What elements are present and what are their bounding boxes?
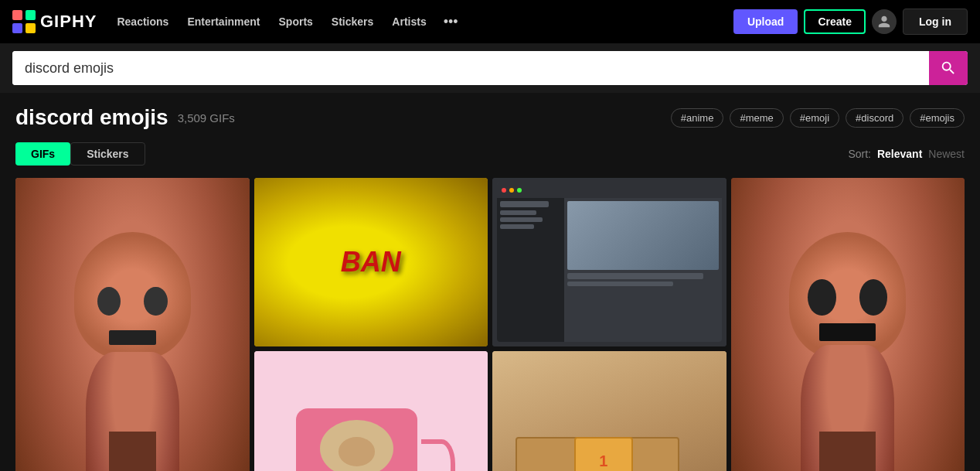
main-content: discord emojis 3,509 GIFs #anime #meme #… [0,93,980,471]
search-bar-container [0,43,980,93]
create-button[interactable]: Create [804,9,866,34]
search-button[interactable] [929,51,968,85]
tag-emojis[interactable]: #emojis [910,108,965,128]
results-header: discord emojis 3,509 GIFs #anime #meme #… [15,105,965,130]
ban-text: BAN [341,246,401,278]
svg-rect-3 [26,23,36,33]
tab-stickers[interactable]: Stickers [70,142,145,166]
search-input[interactable] [12,51,929,85]
header: GIPHY Reactions Entertainment Sports Sti… [0,0,980,43]
giphy-logo-text: GIPHY [40,12,97,32]
tag-discord[interactable]: #discord [846,108,903,128]
upload-button[interactable]: Upload [733,9,798,34]
gif-grid: BAN [15,178,965,471]
logo-area[interactable]: GIPHY [12,10,97,33]
gif-item[interactable] [254,351,488,471]
gif-item[interactable]: 1 [492,351,726,471]
nav-more-button[interactable]: ••• [437,9,464,35]
gif-item[interactable] [15,178,250,471]
tab-gifs[interactable]: GIFs [15,142,70,166]
main-nav: Reactions Entertainment Sports Stickers … [109,9,726,35]
header-right: Upload Create Log in [733,9,968,35]
nav-artists[interactable]: Artists [384,11,434,32]
sort-label: Sort: [848,148,871,160]
gif-item[interactable] [492,178,726,346]
results-count: 3,509 GIFs [178,111,235,125]
filter-row: GIFs Stickers Sort: Relevant Newest [15,142,965,166]
tags-area: #anime #meme #emoji #discord #emojis [671,108,965,128]
nav-entertainment[interactable]: Entertainment [179,11,267,32]
nav-sports[interactable]: Sports [271,11,321,32]
tag-anime[interactable]: #anime [671,108,724,128]
svg-rect-1 [26,10,36,20]
sort-newest[interactable]: Newest [928,148,965,160]
search-icon [940,60,957,77]
results-title: discord emojis [15,105,168,130]
sort-relevant[interactable]: Relevant [877,148,922,160]
tag-emoji[interactable]: #emoji [790,108,839,128]
gif-item[interactable]: BAN [254,178,488,346]
giphy-logo-icon [12,10,36,33]
svg-rect-2 [12,23,22,33]
search-bar-wrapper [12,51,968,85]
svg-rect-0 [12,10,22,20]
gif-item[interactable]: GIPHY [731,178,965,471]
nav-stickers[interactable]: Stickers [324,11,381,32]
tag-meme[interactable]: #meme [730,108,783,128]
sort-area: Sort: Relevant Newest [848,148,965,160]
login-button[interactable]: Log in [903,9,968,35]
filter-tabs: GIFs Stickers [15,142,145,166]
nav-reactions[interactable]: Reactions [109,11,176,32]
user-avatar[interactable] [872,9,897,34]
user-icon [877,15,891,29]
